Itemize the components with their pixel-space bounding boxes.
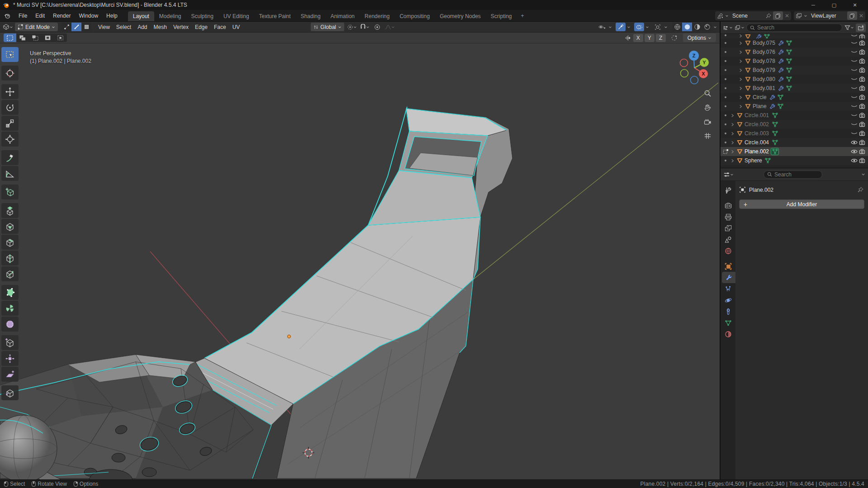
select-intersect-button[interactable] <box>54 33 67 42</box>
eye-open-icon[interactable] <box>850 149 858 154</box>
outliner-search[interactable] <box>746 24 842 32</box>
select-extend-button[interactable] <box>16 33 29 42</box>
object-name[interactable]: Body.079 <box>752 67 777 73</box>
eye-closed-icon[interactable] <box>850 104 858 109</box>
viewport-menu-view[interactable]: View <box>95 23 113 32</box>
eye-closed-icon[interactable] <box>850 34 858 38</box>
mesh-data-icon[interactable] <box>771 148 779 155</box>
object-name[interactable]: Circle.003 <box>744 130 771 137</box>
expand-icon[interactable] <box>737 68 744 72</box>
select-invert-button[interactable] <box>42 33 54 42</box>
expand-icon[interactable] <box>737 104 744 109</box>
outliner-row-circle-003[interactable]: Circle.003 <box>721 129 868 138</box>
camera-visibility-icon[interactable] <box>858 49 866 55</box>
viewport-3d[interactable]: User Perspective (1) Plane.002 | Plane.0… <box>0 43 720 479</box>
viewport-menu-mesh[interactable]: Mesh <box>151 23 170 32</box>
menu-file[interactable]: File <box>14 11 31 21</box>
outliner-row-plane-002[interactable]: Plane.002 <box>721 147 868 156</box>
editor-type-button[interactable] <box>3 23 13 31</box>
new-scene-button[interactable] <box>773 11 783 20</box>
eye-closed-icon[interactable] <box>850 114 858 118</box>
mesh-data-icon[interactable] <box>785 58 793 64</box>
transform-tool[interactable] <box>1 132 19 147</box>
workspace-tab-modeling[interactable]: Modeling <box>154 11 186 21</box>
new-viewlayer-button[interactable] <box>847 11 857 20</box>
mesh-data-icon[interactable] <box>771 113 779 118</box>
shear-tool[interactable] <box>1 367 19 382</box>
scale-tool[interactable] <box>1 116 19 131</box>
properties-tab-object[interactable] <box>721 261 735 272</box>
camera-visibility-icon[interactable] <box>858 122 866 127</box>
viewport-menu-vertex[interactable]: Vertex <box>170 23 192 32</box>
workspace-tab-rendering[interactable]: Rendering <box>360 11 394 21</box>
expand-icon[interactable] <box>729 132 735 136</box>
overlays-toggle[interactable] <box>634 23 644 31</box>
poly-build-tool[interactable] <box>1 285 19 300</box>
camera-visibility-icon[interactable] <box>858 149 866 154</box>
eye-closed-icon[interactable] <box>850 95 858 99</box>
object-name[interactable]: Circle.002 <box>744 121 771 128</box>
smooth-tool[interactable] <box>1 317 19 332</box>
chevron-down-icon[interactable] <box>627 25 631 29</box>
bevel-tool[interactable] <box>1 235 19 250</box>
properties-search-input[interactable] <box>774 171 819 178</box>
chevron-down-icon[interactable] <box>645 25 649 29</box>
mesh-data-icon[interactable] <box>785 85 793 91</box>
properties-tab-material[interactable] <box>721 328 735 340</box>
workspace-tab-sculpting[interactable]: Sculpting <box>186 11 218 21</box>
select-set-button[interactable] <box>4 33 16 42</box>
workspace-tab-layout[interactable]: Layout <box>128 11 154 21</box>
move-tool[interactable] <box>1 84 19 99</box>
camera-visibility-icon[interactable] <box>858 95 866 100</box>
camera-visibility-icon[interactable] <box>858 40 866 46</box>
outliner-row-circle-004[interactable]: Circle.004 <box>721 138 868 147</box>
mesh-data-icon[interactable] <box>785 67 793 73</box>
outliner-row-body-075[interactable]: Body.075 <box>721 38 868 47</box>
properties-editor-type-button[interactable] <box>723 170 734 179</box>
edge-slide-tool[interactable] <box>1 335 19 350</box>
properties-tab-object-data[interactable] <box>721 317 735 328</box>
chevron-down-icon[interactable] <box>861 172 865 176</box>
edge-select-mode-button[interactable] <box>71 23 81 31</box>
object-name[interactable]: Circle.004 <box>744 139 771 146</box>
viewport-menu-add[interactable]: Add <box>134 23 150 32</box>
maximize-button[interactable]: ▢ <box>824 0 844 10</box>
select-box-tool[interactable] <box>1 47 19 62</box>
filter-funnel-button[interactable] <box>844 24 854 32</box>
pan-view-button[interactable] <box>701 101 714 114</box>
modifier-wrench-icon[interactable] <box>777 49 785 55</box>
outliner-row-body-080[interactable]: Body.080 <box>721 75 868 84</box>
menu-help[interactable]: Help <box>102 11 122 21</box>
viewport-canvas[interactable] <box>0 43 720 479</box>
properties-search[interactable] <box>764 171 822 179</box>
expand-icon[interactable] <box>737 34 744 38</box>
delete-viewlayer-button[interactable]: ✕ <box>859 13 863 19</box>
outliner-row-body-081[interactable]: Body.081 <box>721 84 868 93</box>
snap-base-button[interactable] <box>669 33 679 42</box>
workspace-tab-compositing[interactable]: Compositing <box>394 11 435 21</box>
workspace-tab-animation[interactable]: Animation <box>326 11 360 21</box>
properties-tab-particles[interactable] <box>721 283 735 294</box>
modifier-wrench-icon[interactable] <box>777 67 785 73</box>
mesh-data-icon[interactable] <box>771 131 779 136</box>
properties-tab-view-layer[interactable] <box>721 223 735 234</box>
add-workspace-button[interactable]: + <box>517 11 528 21</box>
properties-tab-physics[interactable] <box>721 294 735 306</box>
expand-icon[interactable] <box>729 150 735 154</box>
modifier-wrench-icon[interactable] <box>777 58 785 64</box>
shrink-fatten-tool[interactable] <box>1 351 19 366</box>
eye-closed-icon[interactable] <box>850 50 858 54</box>
outliner-row-plane[interactable]: Plane <box>721 102 868 111</box>
pin-icon[interactable] <box>858 187 863 193</box>
close-button[interactable]: ✕ <box>844 0 865 10</box>
expand-icon[interactable] <box>737 77 744 81</box>
properties-tab-output[interactable] <box>721 211 735 223</box>
expand-icon[interactable] <box>729 114 735 118</box>
camera-visibility-icon[interactable] <box>858 140 866 145</box>
viewport-menu-face[interactable]: Face <box>211 23 229 32</box>
viewport-menu-edge[interactable]: Edge <box>192 23 211 32</box>
properties-tab-scene[interactable] <box>721 234 735 245</box>
eye-closed-icon[interactable] <box>850 86 858 90</box>
menu-window[interactable]: Window <box>75 11 102 21</box>
outliner-row-circle[interactable]: Circle <box>721 93 868 102</box>
